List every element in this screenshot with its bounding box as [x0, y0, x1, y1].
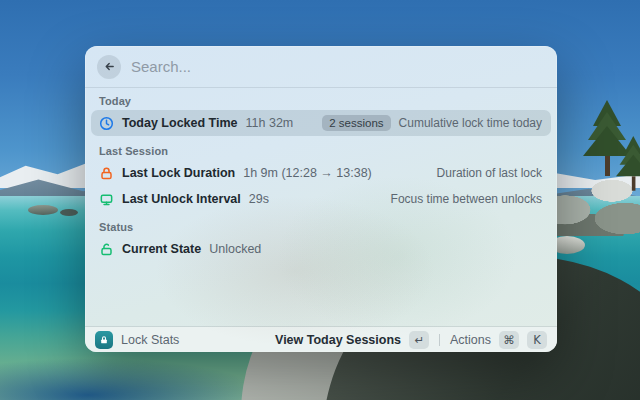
wallpaper-deep-water — [0, 355, 280, 400]
results-list: Today Today Locked Time 11h 32m 2 sessio… — [85, 88, 557, 326]
section-label-last-session: Last Session — [99, 145, 543, 157]
item-caption: Duration of last lock — [437, 166, 542, 180]
list-item-today-locked-time[interactable]: Today Locked Time 11h 32m 2 sessions Cum… — [91, 110, 551, 136]
launcher-window: Today Today Locked Time 11h 32m 2 sessio… — [85, 46, 557, 352]
footer-bar: Lock Stats View Today Sessions ↵ Actions… — [85, 327, 557, 352]
item-value: 29s — [249, 192, 269, 206]
view-today-sessions-button[interactable]: View Today Sessions — [275, 333, 401, 347]
search-bar — [85, 46, 557, 87]
lock-stats-app-icon — [95, 331, 113, 349]
command-key-icon: ⌘ — [499, 331, 519, 349]
item-caption: Cumulative lock time today — [399, 116, 542, 130]
return-key-icon: ↵ — [409, 331, 429, 349]
section-label-today: Today — [99, 95, 543, 107]
wallpaper-rock — [60, 209, 78, 216]
desktop: Today Today Locked Time 11h 32m 2 sessio… — [0, 0, 640, 400]
list-item-last-unlock-interval[interactable]: Last Unlock Interval 29s Focus time betw… — [91, 186, 551, 212]
sessions-badge: 2 sessions — [322, 115, 390, 131]
back-button[interactable] — [97, 55, 121, 79]
list-item-current-state[interactable]: Current State Unlocked — [91, 236, 551, 262]
lock-open-icon — [99, 242, 114, 257]
actions-button[interactable]: Actions — [450, 333, 491, 347]
arrow-left-icon — [103, 60, 116, 73]
divider — [439, 334, 440, 346]
monitor-icon — [99, 192, 114, 207]
search-input[interactable] — [131, 58, 545, 75]
item-value: Unlocked — [209, 242, 261, 256]
item-value: 11h 32m — [246, 116, 294, 130]
footer-app-name: Lock Stats — [121, 333, 179, 347]
lock-closed-icon — [99, 166, 114, 181]
list-item-last-lock-duration[interactable]: Last Lock Duration 1h 9m (12:28 → 13:38)… — [91, 160, 551, 186]
wallpaper-pine-tree — [616, 136, 640, 191]
item-title: Last Lock Duration — [122, 166, 235, 180]
section-label-status: Status — [99, 221, 543, 233]
item-caption: Focus time between unlocks — [391, 192, 542, 206]
item-title: Last Unlock Interval — [122, 192, 241, 206]
wallpaper-rock — [28, 205, 58, 215]
clock-icon — [99, 116, 114, 131]
item-title: Current State — [122, 242, 201, 256]
k-key-icon: K — [527, 331, 547, 349]
item-title: Today Locked Time — [122, 116, 238, 130]
item-value: 1h 9m (12:28 → 13:38) — [243, 166, 372, 180]
